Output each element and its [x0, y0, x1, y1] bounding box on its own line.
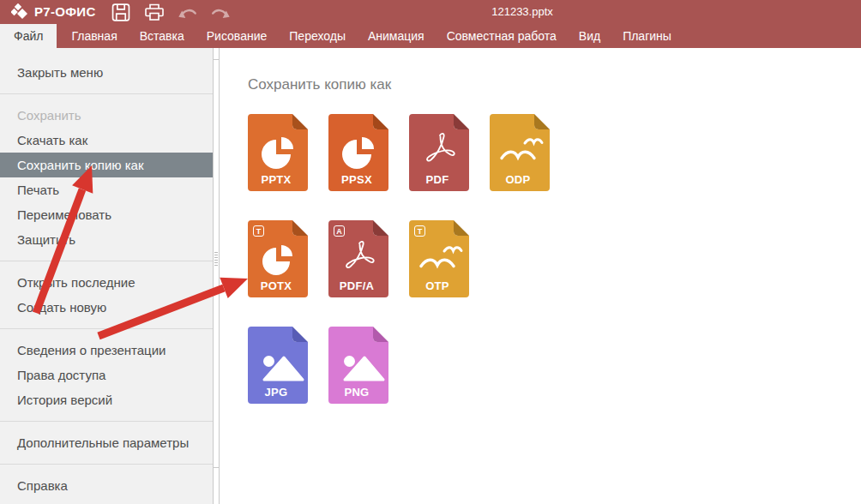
splitter-grip-icon — [214, 252, 218, 266]
format-label: PDF/A — [328, 279, 385, 292]
format-tile-jpg[interactable]: JPG — [248, 327, 308, 404]
format-label: PNG — [328, 386, 385, 399]
document-title: 121233.pptx — [491, 0, 553, 24]
format-tile-pptx[interactable]: PPTX — [248, 114, 308, 191]
menu-item-save: Сохранить — [0, 103, 213, 128]
menu-item-create-new[interactable]: Создать новую — [0, 295, 213, 320]
tab-home[interactable]: Главная — [60, 24, 128, 48]
tab-file[interactable]: Файл — [0, 24, 57, 48]
folded-corner — [292, 327, 308, 342]
menu-item-help[interactable]: Справка — [0, 473, 213, 498]
print-icon[interactable] — [144, 3, 165, 21]
format-tile-png[interactable]: PNG — [328, 327, 388, 404]
format-tile-pdf[interactable]: PDF — [409, 114, 469, 191]
app-window: Р7-ОФИС 121233.pptx Файл Главная Вставка… — [0, 0, 861, 504]
menu-divider — [0, 93, 213, 94]
format-label: ODP — [490, 173, 546, 186]
menu-divider — [0, 421, 213, 422]
format-tile-odp[interactable]: ODP — [490, 114, 550, 191]
menu-divider — [0, 328, 213, 329]
tab-view[interactable]: Вид — [568, 24, 611, 48]
tab-collaboration[interactable]: Совместная работа — [436, 24, 568, 48]
menu-item-print[interactable]: Печать — [0, 177, 213, 202]
format-row-1: PPTX PPSX — [248, 114, 861, 191]
format-row-3: JPG PNG — [248, 327, 861, 404]
folded-corner — [454, 220, 469, 236]
tab-draw[interactable]: Рисование — [196, 24, 279, 48]
tab-transitions[interactable]: Переходы — [278, 24, 357, 48]
menu-item-open-recent[interactable]: Открыть последние — [0, 270, 213, 295]
format-label: JPG — [248, 386, 304, 399]
titlebar: Р7-ОФИС 121233.pptx — [0, 0, 861, 24]
r7-office-logo-icon — [11, 3, 33, 22]
template-badge: T — [414, 225, 425, 237]
folded-corner — [373, 327, 388, 342]
menu-item-advanced-settings[interactable]: Дополнительные параметры — [0, 430, 213, 455]
folded-corner — [373, 220, 388, 236]
folded-corner — [454, 114, 469, 129]
template-badge: T — [253, 225, 264, 237]
format-label: PPSX — [328, 173, 385, 186]
menu-item-save-copy-as[interactable]: Сохранить копию как — [0, 153, 213, 177]
save-copy-panel: Сохранить копию как PPTX — [220, 48, 861, 504]
tab-insert[interactable]: Вставка — [129, 24, 196, 48]
save-icon[interactable] — [111, 3, 131, 21]
format-label: POTX — [248, 279, 304, 292]
menu-item-rename[interactable]: Переименовать — [0, 202, 213, 227]
format-label: OTP — [409, 279, 466, 292]
redo-icon[interactable] — [210, 3, 231, 21]
archive-badge: A — [334, 225, 345, 237]
menu-item-download-as[interactable]: Скачать как — [0, 128, 213, 153]
format-tile-pdfa[interactable]: A PDF/A — [328, 220, 388, 297]
menu-item-version-history[interactable]: История версий — [0, 387, 213, 412]
menu-item-protect[interactable]: Защитить — [0, 227, 213, 252]
format-tile-otp[interactable]: T OTP — [409, 220, 469, 297]
logo-text: Р7-ОФИС — [34, 0, 96, 24]
undo-icon[interactable] — [178, 3, 198, 21]
menu-item-presentation-info[interactable]: Сведения о презентации — [0, 338, 213, 363]
ribbon-tabbar: Файл Главная Вставка Рисование Переходы … — [0, 24, 861, 48]
menu-item-access-rights[interactable]: Права доступа — [0, 363, 213, 387]
format-label: PPTX — [248, 173, 304, 186]
menu-divider — [0, 464, 213, 465]
menu-item-close-menu[interactable]: Закрыть меню — [0, 60, 213, 85]
format-tile-ppsx[interactable]: PPSX — [328, 114, 388, 191]
tab-animation[interactable]: Анимация — [357, 24, 436, 48]
format-row-2: T POTX A PDF/A — [248, 220, 861, 297]
folded-corner — [373, 114, 388, 129]
file-menu-sidebar: Закрыть меню Сохранить Скачать как Сохра… — [0, 48, 213, 504]
folded-corner — [292, 220, 308, 236]
format-tile-potx[interactable]: T POTX — [248, 220, 308, 297]
folded-corner — [534, 114, 550, 129]
menu-divider — [0, 261, 213, 261]
tab-plugins[interactable]: Плагины — [611, 24, 683, 48]
format-label: PDF — [409, 173, 466, 186]
sidebar-splitter[interactable] — [213, 48, 220, 504]
folded-corner — [292, 114, 308, 129]
panel-heading: Сохранить копию как — [248, 76, 861, 93]
